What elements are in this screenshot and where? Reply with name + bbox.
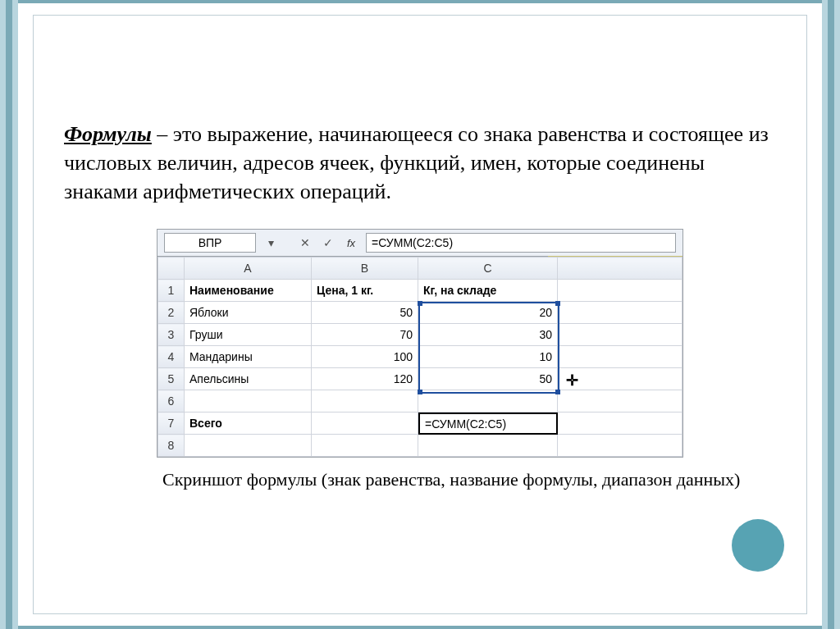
decorative-dot: [732, 519, 784, 572]
fx-icon[interactable]: fx: [343, 235, 359, 251]
row-header[interactable]: 4: [158, 346, 185, 368]
table-row: 1 Наименование Цена, 1 кг. Кг, на складе: [158, 280, 682, 302]
cell[interactable]: [185, 435, 312, 457]
cell[interactable]: [558, 302, 682, 324]
cell[interactable]: [558, 280, 682, 302]
cell-price[interactable]: 100: [312, 346, 418, 368]
cell[interactable]: [558, 324, 682, 346]
header-name[interactable]: Наименование: [185, 280, 312, 302]
definition-text: – это выражение, начинающееся со знака р…: [64, 122, 769, 203]
table-row: 3 Груши 70 30: [158, 324, 682, 346]
table-row: 6: [158, 390, 682, 412]
table-row: 8: [158, 435, 682, 457]
accent-top: [18, 0, 822, 3]
spreadsheet-grid: A B C 1 Наименование Цена, 1 кг. Кг, на …: [158, 257, 682, 457]
accent-left: [0, 0, 18, 629]
cell[interactable]: [418, 435, 558, 457]
accent-bottom: [18, 626, 822, 629]
row-header[interactable]: 1: [158, 280, 185, 302]
cell-name[interactable]: Яблоки: [185, 302, 312, 324]
cell-price[interactable]: 70: [312, 324, 418, 346]
select-all-corner[interactable]: [158, 258, 185, 280]
confirm-icon[interactable]: ✓: [320, 235, 336, 251]
cell[interactable]: [312, 435, 418, 457]
col-header-rest[interactable]: [558, 258, 682, 280]
table-row: 5 Апельсины 120 50: [158, 368, 682, 390]
column-header-row: A B C: [158, 258, 682, 280]
col-header-B[interactable]: B: [312, 258, 418, 280]
accent-right: [822, 0, 840, 629]
row-header[interactable]: 2: [158, 302, 185, 324]
plus-cursor-icon: ✛: [566, 371, 578, 390]
cell-stock[interactable]: 30: [418, 324, 558, 346]
cell[interactable]: [185, 390, 312, 412]
cell-stock[interactable]: 50: [418, 368, 558, 390]
cell[interactable]: [558, 346, 682, 368]
definition-paragraph: Формулы – это выражение, начинающееся со…: [64, 120, 776, 206]
header-stock[interactable]: Кг, на складе: [418, 280, 558, 302]
content-area: Формулы – это выражение, начинающееся со…: [64, 98, 776, 490]
cell-price[interactable]: 50: [312, 302, 418, 324]
cell[interactable]: [312, 390, 418, 412]
formula-input[interactable]: =СУММ(C2:C5): [366, 233, 676, 253]
formula-bar: ВПР ▾ ✕ ✓ fx =СУММ(C2:C5) СУММ(число1; […: [158, 230, 682, 257]
row-header[interactable]: 3: [158, 324, 185, 346]
cell-stock[interactable]: 10: [418, 346, 558, 368]
slide: Формулы – это выражение, начинающееся со…: [0, 0, 840, 629]
cell-name[interactable]: Груши: [185, 324, 312, 346]
header-price[interactable]: Цена, 1 кг.: [312, 280, 418, 302]
cell-name[interactable]: Мандарины: [185, 346, 312, 368]
row-header[interactable]: 6: [158, 390, 185, 412]
cell[interactable]: [418, 390, 558, 412]
definition-term: Формулы: [64, 122, 152, 146]
row-header[interactable]: 7: [158, 412, 185, 435]
cell[interactable]: [312, 412, 418, 435]
cancel-icon[interactable]: ✕: [297, 235, 313, 251]
cell[interactable]: [558, 390, 682, 412]
table-row: 4 Мандарины 100 10: [158, 346, 682, 368]
row-header[interactable]: 8: [158, 435, 185, 457]
cell-stock[interactable]: 20: [418, 302, 558, 324]
cell[interactable]: [558, 412, 682, 435]
total-label[interactable]: Всего: [185, 412, 312, 435]
cell-price[interactable]: 120: [312, 368, 418, 390]
row-header[interactable]: 5: [158, 368, 185, 390]
name-box[interactable]: ВПР: [164, 233, 256, 253]
table-row: 2 Яблоки 50 20: [158, 302, 682, 324]
cell[interactable]: [558, 435, 682, 457]
col-header-C[interactable]: C: [418, 258, 558, 280]
active-cell-c7[interactable]: =СУММ(C2:C5): [418, 412, 558, 435]
caption-text: Скриншот формулы (знак равенства, назван…: [162, 469, 753, 490]
col-header-A[interactable]: A: [185, 258, 312, 280]
dropdown-icon[interactable]: ▾: [262, 235, 279, 251]
excel-screenshot: ВПР ▾ ✕ ✓ fx =СУММ(C2:C5) СУММ(число1; […: [157, 229, 683, 458]
cell-name[interactable]: Апельсины: [185, 368, 312, 390]
